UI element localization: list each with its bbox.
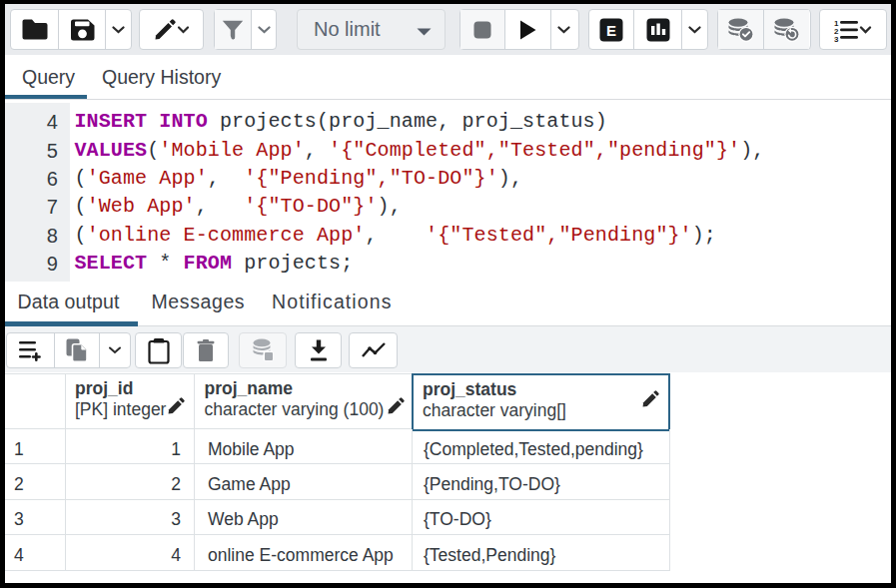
svg-text:E: E bbox=[606, 21, 616, 38]
svg-text:3: 3 bbox=[834, 35, 839, 42]
